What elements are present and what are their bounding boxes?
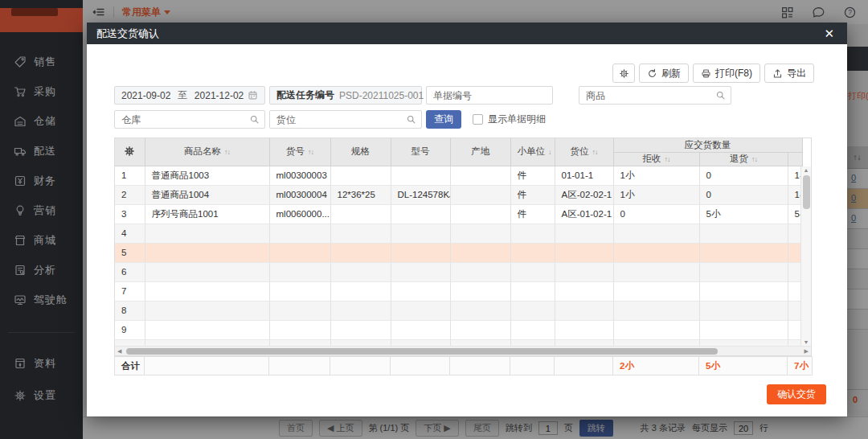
cell-product-name[interactable] xyxy=(145,243,269,262)
grid-settings-button[interactable] xyxy=(612,64,635,83)
cell-sku[interactable] xyxy=(269,320,330,339)
cell-product-name[interactable] xyxy=(145,262,269,281)
cell-location[interactable] xyxy=(555,320,613,339)
col-sku[interactable]: 货号↑↓ xyxy=(269,138,330,166)
print-button[interactable]: 打印(F8) xyxy=(693,64,760,83)
column-settings-gear-icon[interactable] xyxy=(115,138,145,166)
cell-location[interactable] xyxy=(555,262,613,281)
cell-unit[interactable] xyxy=(510,262,555,281)
cell-rejected[interactable] xyxy=(613,224,699,243)
cell-row-number[interactable]: 7 xyxy=(115,281,145,301)
cell-spec[interactable] xyxy=(330,339,391,346)
cell-origin[interactable] xyxy=(450,281,510,301)
cell-model[interactable]: DL-124578KJ... xyxy=(391,185,450,204)
cell-rejected[interactable]: 1小 xyxy=(613,185,699,204)
cell-product-name[interactable] xyxy=(145,339,269,346)
cell-sku[interactable]: ml00300004 xyxy=(269,185,330,204)
cell-origin[interactable] xyxy=(450,204,510,224)
cell-location[interactable]: A区-02-02-1 xyxy=(555,185,613,204)
cell-unit[interactable] xyxy=(510,281,555,301)
cell-product-name[interactable] xyxy=(145,224,269,243)
col-origin[interactable]: 产地 xyxy=(450,138,510,166)
sort-icon[interactable]: ↑↓ xyxy=(665,155,670,163)
cell-origin[interactable] xyxy=(450,166,510,185)
cell-returned[interactable] xyxy=(699,339,788,346)
cell-sku[interactable] xyxy=(269,243,330,262)
col-model[interactable]: 型号 xyxy=(391,138,450,166)
cell-returned[interactable] xyxy=(699,224,788,243)
export-button[interactable]: 导出 xyxy=(764,64,814,83)
cell-rejected[interactable] xyxy=(613,262,699,281)
cell-unit[interactable]: 件 xyxy=(510,185,555,204)
cell-unit[interactable] xyxy=(510,243,555,262)
cell-sku[interactable]: ml0060000... xyxy=(269,204,330,224)
cell-sku[interactable] xyxy=(269,339,330,346)
cell-spec[interactable] xyxy=(330,301,391,320)
cell-spec[interactable] xyxy=(330,224,391,243)
cell-origin[interactable] xyxy=(450,320,510,339)
table-row[interactable]: 7 xyxy=(115,281,802,301)
cell-row-number[interactable]: 5 xyxy=(115,243,145,262)
scroll-up-arrow[interactable]: ▲ xyxy=(801,167,811,173)
sort-icon[interactable]: ↓ xyxy=(548,148,551,156)
cell-location[interactable] xyxy=(555,243,613,262)
cell-sku[interactable]: ml00300003 xyxy=(269,166,330,185)
cell-origin[interactable] xyxy=(450,185,510,204)
cell-location[interactable] xyxy=(555,224,613,243)
cell-spec[interactable] xyxy=(330,166,391,185)
sort-icon[interactable]: ↑↓ xyxy=(224,148,230,156)
cell-sku[interactable] xyxy=(269,262,330,281)
warehouse-input[interactable] xyxy=(114,110,265,129)
confirm-delivery-button[interactable]: 确认交货 xyxy=(767,384,826,404)
cell-model[interactable] xyxy=(391,166,450,185)
cell-origin[interactable] xyxy=(450,339,510,346)
show-detail-checkbox-wrap[interactable]: 显示单据明细 xyxy=(473,113,546,126)
horizontal-scrollbar[interactable]: ◀ ▶ xyxy=(114,346,812,356)
cell-unit[interactable] xyxy=(510,339,555,346)
cell-returned[interactable] xyxy=(699,301,788,320)
cell-model[interactable] xyxy=(391,320,450,339)
cell-row-number[interactable]: 9 xyxy=(115,320,145,339)
scroll-right-arrow[interactable]: ▶ xyxy=(805,347,809,355)
cell-row-number[interactable]: 6 xyxy=(115,262,145,281)
cell-row-number[interactable]: 2 xyxy=(115,185,145,204)
table-row[interactable]: 6 xyxy=(115,262,802,281)
cell-origin[interactable] xyxy=(450,224,510,243)
cell-spec[interactable] xyxy=(330,262,391,281)
cell-row-number[interactable]: 10 xyxy=(115,339,145,346)
cell-rejected[interactable] xyxy=(613,243,699,262)
cell-model[interactable] xyxy=(391,204,450,224)
cell-sku[interactable] xyxy=(269,301,330,320)
cell-model[interactable] xyxy=(391,224,450,243)
sort-icon[interactable]: ↑↓ xyxy=(592,148,598,156)
table-row[interactable]: 2普通商品1004ml0030000412*36*25DL-124578KJ..… xyxy=(115,185,802,204)
cell-product-name[interactable]: 普通商品1003 xyxy=(145,166,269,185)
table-row[interactable]: 4 xyxy=(115,224,802,243)
cell-spec[interactable] xyxy=(330,320,391,339)
scroll-left-arrow[interactable]: ◀ xyxy=(117,347,121,355)
cell-sku[interactable] xyxy=(269,281,330,301)
cell-product-name[interactable] xyxy=(145,320,269,339)
scroll-down-arrow[interactable]: ▼ xyxy=(801,339,811,345)
cell-product-name[interactable] xyxy=(145,281,269,301)
cell-unit[interactable] xyxy=(510,320,555,339)
show-detail-checkbox[interactable] xyxy=(473,114,483,125)
table-row[interactable]: 10 xyxy=(115,339,802,346)
cell-product-name[interactable] xyxy=(145,301,269,320)
table-row[interactable]: 1普通商品1003ml00300003件01-01-11小01小 xyxy=(115,166,802,185)
cell-location[interactable] xyxy=(555,301,613,320)
cell-product-name[interactable]: 普通商品1004 xyxy=(145,185,269,204)
col-product-name[interactable]: 商品名称↑↓ xyxy=(145,138,269,166)
vertical-scrollbar[interactable]: ▲ ▼ xyxy=(800,166,811,346)
refresh-button[interactable]: 刷新 xyxy=(639,64,689,83)
cell-spec[interactable]: 12*36*25 xyxy=(330,185,391,204)
table-row[interactable]: 8 xyxy=(115,301,802,320)
cell-rejected[interactable] xyxy=(613,301,699,320)
cell-returned[interactable]: 0 xyxy=(699,166,788,185)
cell-sku[interactable] xyxy=(269,224,330,243)
table-row[interactable]: 5 xyxy=(115,243,802,262)
document-number-input[interactable] xyxy=(426,86,553,105)
table-row[interactable]: 3序列号商品1001ml0060000...件A区-01-02-105小5小 xyxy=(115,204,802,224)
cell-model[interactable] xyxy=(391,339,450,346)
cell-rejected[interactable] xyxy=(613,320,699,339)
